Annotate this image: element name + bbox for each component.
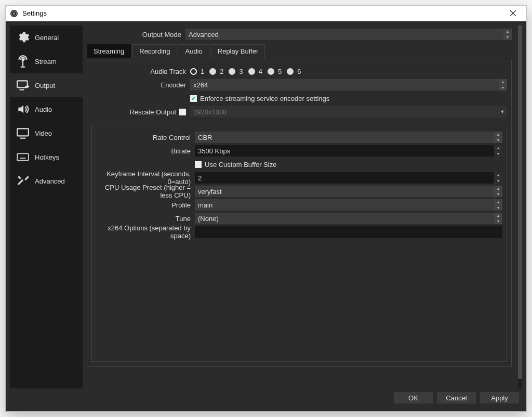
audio-track-4[interactable]: 4 xyxy=(248,68,262,75)
monitor-out-icon xyxy=(16,79,30,92)
audio-track-label: Audio Track xyxy=(91,68,190,75)
audio-track-2[interactable]: 2 xyxy=(209,68,223,75)
monitor-icon xyxy=(16,126,30,140)
output-tabs: Streaming Recording Audio Replay Buffer xyxy=(87,44,512,58)
rate-control-label: Rate Control xyxy=(96,134,195,141)
ok-button[interactable]: OK xyxy=(394,392,433,403)
sidebar-item-video[interactable]: Video xyxy=(10,121,83,145)
custom-buffer-checkbox[interactable] xyxy=(195,161,202,168)
tab-streaming[interactable]: Streaming xyxy=(87,44,131,58)
antenna-icon xyxy=(16,55,30,68)
output-mode-label: Output Mode xyxy=(87,31,185,38)
encoder-label: Encoder xyxy=(91,81,190,89)
bitrate-label: Bitrate xyxy=(96,147,195,155)
tab-replay-buffer[interactable]: Replay Buffer xyxy=(211,44,265,58)
sidebar-item-audio[interactable]: Audio xyxy=(10,97,83,121)
svg-point-2 xyxy=(13,12,16,15)
window-title: Settings xyxy=(22,9,47,17)
x264-options-label: x264 Options (separated by space) xyxy=(96,224,195,240)
tab-recording[interactable]: Recording xyxy=(132,44,177,58)
content-area: Output Mode Advanced ▲▼ Streaming Record… xyxy=(83,25,522,388)
keyframe-input[interactable]: 2▲▼ xyxy=(195,172,502,184)
tools-icon xyxy=(16,174,30,188)
sidebar: General Stream Output Audio Video xyxy=(10,25,83,388)
sidebar-item-output[interactable]: Output xyxy=(10,73,83,97)
audio-track-3[interactable]: 3 xyxy=(229,68,243,75)
gear-icon xyxy=(16,31,30,44)
sidebar-item-advanced[interactable]: Advanced xyxy=(10,169,83,193)
titlebar: Settings xyxy=(6,6,526,21)
audio-track-1[interactable]: 1 xyxy=(190,68,204,75)
tune-select[interactable]: (None)▲▼ xyxy=(195,213,502,224)
x264-options-input[interactable] xyxy=(195,226,502,238)
custom-buffer-label: Use Custom Buffer Size xyxy=(205,161,276,168)
speaker-icon xyxy=(16,102,30,116)
sidebar-item-general[interactable]: General xyxy=(10,25,83,49)
sidebar-item-hotkeys[interactable]: Hotkeys xyxy=(10,145,83,169)
rescale-select[interactable]: 1920x1080▼ xyxy=(190,106,507,118)
streaming-panel: Audio Track 1 2 3 4 5 6 Encoder x264▲▼ xyxy=(87,60,512,367)
close-button[interactable] xyxy=(503,6,522,21)
enforce-label: Enforce streaming service encoder settin… xyxy=(200,95,329,102)
bitrate-input[interactable]: 3500 Kbps▲▼ xyxy=(195,145,502,157)
cancel-button[interactable]: Cancel xyxy=(437,392,476,403)
svg-rect-12 xyxy=(17,154,29,161)
keyboard-icon xyxy=(16,150,30,164)
svg-rect-10 xyxy=(17,128,29,136)
cpu-preset-select[interactable]: veryfast▲▼ xyxy=(195,186,502,197)
encoder-settings-panel: Rate Control CBR▲▼ Bitrate 3500 Kbps▲▼ U… xyxy=(91,125,507,362)
apply-button[interactable]: Apply xyxy=(480,392,519,403)
rescale-label: Rescale Output xyxy=(129,108,176,116)
dialog-footer: OK Cancel Apply xyxy=(10,388,522,407)
enforce-checkbox[interactable]: ✓ xyxy=(190,95,197,102)
profile-select[interactable]: main▲▼ xyxy=(195,199,502,211)
tab-audio[interactable]: Audio xyxy=(179,44,209,58)
profile-label: Profile xyxy=(96,201,195,209)
audio-track-5[interactable]: 5 xyxy=(268,68,282,75)
settings-window: Settings General Stream Output xyxy=(5,5,527,412)
rescale-checkbox[interactable] xyxy=(179,109,186,115)
encoder-select[interactable]: x264▲▼ xyxy=(190,79,507,90)
output-mode-select[interactable]: Advanced ▲▼ xyxy=(185,29,512,40)
tune-label: Tune xyxy=(96,215,195,223)
audio-track-6[interactable]: 6 xyxy=(287,68,301,75)
audio-track-group: 1 2 3 4 5 6 xyxy=(190,68,507,75)
rate-control-select[interactable]: CBR▲▼ xyxy=(195,132,502,143)
sidebar-item-stream[interactable]: Stream xyxy=(10,49,83,73)
cpu-preset-label: CPU Usage Preset (higher = less CPU) xyxy=(96,184,195,199)
obs-icon xyxy=(10,9,18,18)
scrollbar[interactable] xyxy=(518,25,522,388)
